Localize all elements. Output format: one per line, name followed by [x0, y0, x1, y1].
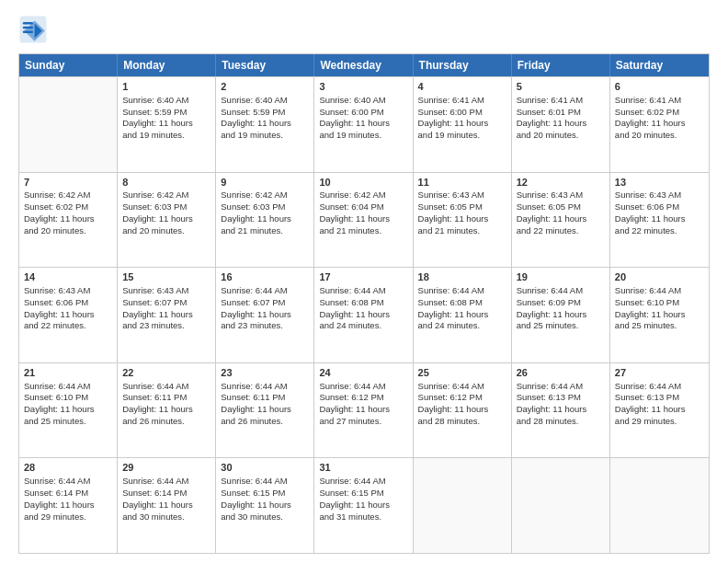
weekday-header-sunday: Sunday: [19, 54, 118, 76]
weekday-header-saturday: Saturday: [610, 54, 709, 76]
day-info: Sunrise: 6:44 AM Sunset: 6:14 PM Dayligh…: [24, 476, 112, 523]
calendar-row-2: 7Sunrise: 6:42 AM Sunset: 6:02 PM Daylig…: [19, 172, 709, 268]
day-info: Sunrise: 6:44 AM Sunset: 6:14 PM Dayligh…: [122, 476, 210, 523]
weekday-header-monday: Monday: [118, 54, 216, 76]
day-cell-30: 30Sunrise: 6:44 AM Sunset: 6:15 PM Dayli…: [216, 458, 314, 553]
svg-rect-4: [23, 27, 33, 29]
day-info: Sunrise: 6:44 AM Sunset: 6:11 PM Dayligh…: [221, 381, 309, 428]
day-info: Sunrise: 6:44 AM Sunset: 6:12 PM Dayligh…: [418, 381, 506, 428]
day-info: Sunrise: 6:43 AM Sunset: 6:07 PM Dayligh…: [122, 285, 210, 332]
logo-icon: [18, 15, 48, 44]
day-info: Sunrise: 6:42 AM Sunset: 6:04 PM Dayligh…: [319, 190, 407, 236]
day-number: 22: [122, 366, 210, 380]
day-cell-23: 23Sunrise: 6:44 AM Sunset: 6:11 PM Dayli…: [216, 363, 314, 458]
day-number: 28: [24, 461, 112, 475]
day-number: 11: [418, 176, 506, 190]
day-info: Sunrise: 6:40 AM Sunset: 6:00 PM Dayligh…: [319, 95, 407, 142]
day-info: Sunrise: 6:44 AM Sunset: 6:10 PM Dayligh…: [615, 285, 704, 332]
day-cell-15: 15Sunrise: 6:43 AM Sunset: 6:07 PM Dayli…: [118, 268, 216, 362]
day-number: 18: [418, 270, 506, 284]
day-number: 23: [221, 366, 309, 380]
day-info: Sunrise: 6:44 AM Sunset: 6:08 PM Dayligh…: [418, 285, 506, 332]
calendar-row-4: 21Sunrise: 6:44 AM Sunset: 6:10 PM Dayli…: [19, 362, 709, 458]
day-cell-25: 25Sunrise: 6:44 AM Sunset: 6:12 PM Dayli…: [414, 363, 512, 458]
header: [18, 15, 710, 44]
weekday-header-friday: Friday: [512, 54, 610, 76]
calendar-row-3: 14Sunrise: 6:43 AM Sunset: 6:06 PM Dayli…: [19, 267, 709, 362]
day-number: 9: [221, 176, 309, 190]
day-info: Sunrise: 6:40 AM Sunset: 5:59 PM Dayligh…: [221, 95, 309, 142]
day-cell-4: 4Sunrise: 6:41 AM Sunset: 6:00 PM Daylig…: [414, 77, 512, 172]
day-cell-13: 13Sunrise: 6:43 AM Sunset: 6:06 PM Dayli…: [610, 173, 709, 268]
day-number: 3: [319, 80, 407, 94]
day-info: Sunrise: 6:41 AM Sunset: 6:00 PM Dayligh…: [418, 95, 506, 142]
day-info: Sunrise: 6:44 AM Sunset: 6:07 PM Dayligh…: [221, 285, 309, 332]
day-cell-24: 24Sunrise: 6:44 AM Sunset: 6:12 PM Dayli…: [314, 363, 413, 458]
day-number: 6: [615, 80, 704, 94]
weekday-header-wednesday: Wednesday: [314, 54, 413, 76]
day-info: Sunrise: 6:43 AM Sunset: 6:06 PM Dayligh…: [615, 190, 704, 236]
calendar: SundayMondayTuesdayWednesdayThursdayFrid…: [18, 53, 710, 554]
day-cell-11: 11Sunrise: 6:43 AM Sunset: 6:05 PM Dayli…: [414, 173, 512, 268]
day-cell-27: 27Sunrise: 6:44 AM Sunset: 6:13 PM Dayli…: [610, 363, 709, 458]
weekday-header-thursday: Thursday: [414, 54, 512, 76]
day-number: 27: [615, 366, 704, 380]
day-number: 13: [615, 176, 704, 190]
svg-rect-3: [23, 22, 33, 24]
day-cell-empty-4-6: [610, 458, 709, 553]
day-cell-20: 20Sunrise: 6:44 AM Sunset: 6:10 PM Dayli…: [610, 268, 709, 362]
day-number: 4: [418, 80, 506, 94]
day-number: 21: [24, 366, 112, 380]
calendar-row-5: 28Sunrise: 6:44 AM Sunset: 6:14 PM Dayli…: [19, 457, 709, 553]
calendar-body: 1Sunrise: 6:40 AM Sunset: 5:59 PM Daylig…: [19, 76, 709, 553]
day-info: Sunrise: 6:41 AM Sunset: 6:02 PM Dayligh…: [615, 95, 704, 142]
day-info: Sunrise: 6:42 AM Sunset: 6:03 PM Dayligh…: [122, 190, 210, 236]
day-info: Sunrise: 6:40 AM Sunset: 5:59 PM Dayligh…: [122, 95, 210, 142]
day-info: Sunrise: 6:44 AM Sunset: 6:11 PM Dayligh…: [122, 381, 210, 428]
day-cell-31: 31Sunrise: 6:44 AM Sunset: 6:15 PM Dayli…: [314, 458, 413, 553]
day-info: Sunrise: 6:41 AM Sunset: 6:01 PM Dayligh…: [517, 95, 605, 142]
day-number: 1: [122, 80, 210, 94]
day-number: 25: [418, 366, 506, 380]
day-number: 31: [319, 461, 407, 475]
day-info: Sunrise: 6:44 AM Sunset: 6:13 PM Dayligh…: [517, 381, 605, 428]
day-number: 20: [615, 270, 704, 284]
day-number: 8: [122, 176, 210, 190]
day-cell-26: 26Sunrise: 6:44 AM Sunset: 6:13 PM Dayli…: [512, 363, 610, 458]
day-cell-17: 17Sunrise: 6:44 AM Sunset: 6:08 PM Dayli…: [314, 268, 413, 362]
day-cell-9: 9Sunrise: 6:42 AM Sunset: 6:03 PM Daylig…: [216, 173, 314, 268]
day-cell-12: 12Sunrise: 6:43 AM Sunset: 6:05 PM Dayli…: [512, 173, 610, 268]
day-number: 30: [221, 461, 309, 475]
day-cell-5: 5Sunrise: 6:41 AM Sunset: 6:01 PM Daylig…: [512, 77, 610, 172]
day-number: 26: [517, 366, 605, 380]
day-cell-21: 21Sunrise: 6:44 AM Sunset: 6:10 PM Dayli…: [19, 363, 118, 458]
day-cell-empty-4-4: [414, 458, 512, 553]
day-info: Sunrise: 6:44 AM Sunset: 6:12 PM Dayligh…: [319, 381, 407, 428]
weekday-header-tuesday: Tuesday: [216, 54, 314, 76]
day-cell-empty-0-0: [19, 77, 118, 172]
day-cell-empty-4-5: [512, 458, 610, 553]
day-cell-8: 8Sunrise: 6:42 AM Sunset: 6:03 PM Daylig…: [118, 173, 216, 268]
day-number: 24: [319, 366, 407, 380]
day-cell-10: 10Sunrise: 6:42 AM Sunset: 6:04 PM Dayli…: [314, 173, 413, 268]
day-number: 7: [24, 176, 112, 190]
calendar-row-1: 1Sunrise: 6:40 AM Sunset: 5:59 PM Daylig…: [19, 76, 709, 172]
day-number: 12: [517, 176, 605, 190]
day-number: 29: [122, 461, 210, 475]
logo: [18, 15, 51, 44]
day-info: Sunrise: 6:44 AM Sunset: 6:15 PM Dayligh…: [221, 476, 309, 523]
day-info: Sunrise: 6:44 AM Sunset: 6:10 PM Dayligh…: [24, 381, 112, 428]
day-info: Sunrise: 6:44 AM Sunset: 6:09 PM Dayligh…: [517, 285, 605, 332]
day-number: 19: [517, 270, 605, 284]
day-cell-2: 2Sunrise: 6:40 AM Sunset: 5:59 PM Daylig…: [216, 77, 314, 172]
calendar-header: SundayMondayTuesdayWednesdayThursdayFrid…: [19, 54, 709, 76]
day-cell-19: 19Sunrise: 6:44 AM Sunset: 6:09 PM Dayli…: [512, 268, 610, 362]
day-number: 15: [122, 270, 210, 284]
day-cell-14: 14Sunrise: 6:43 AM Sunset: 6:06 PM Dayli…: [19, 268, 118, 362]
day-cell-1: 1Sunrise: 6:40 AM Sunset: 5:59 PM Daylig…: [118, 77, 216, 172]
day-info: Sunrise: 6:44 AM Sunset: 6:13 PM Dayligh…: [615, 381, 704, 428]
day-cell-3: 3Sunrise: 6:40 AM Sunset: 6:00 PM Daylig…: [314, 77, 413, 172]
day-info: Sunrise: 6:42 AM Sunset: 6:03 PM Dayligh…: [221, 190, 309, 236]
day-info: Sunrise: 6:44 AM Sunset: 6:08 PM Dayligh…: [319, 285, 407, 332]
day-number: 14: [24, 270, 112, 284]
